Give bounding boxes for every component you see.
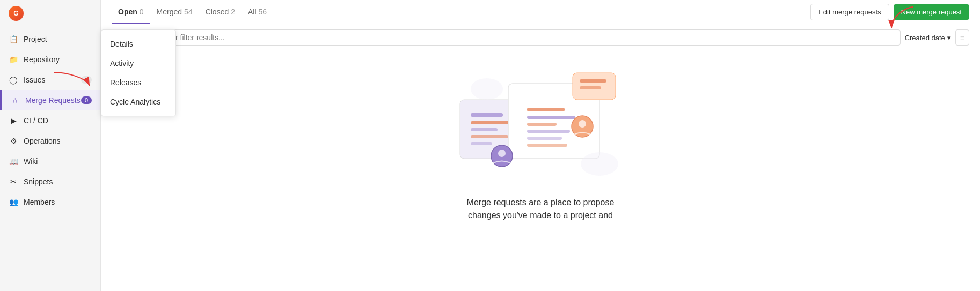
logo-icon[interactable]: G — [9, 6, 24, 21]
tab-count: 2 — [231, 8, 235, 16]
svg-rect-11 — [527, 130, 570, 133]
tab-count: 56 — [259, 8, 267, 16]
search-input[interactable] — [145, 33, 895, 42]
tab-label: Open — [118, 8, 137, 16]
sidebar-item-label: Members — [24, 198, 92, 206]
edit-merge-requests-button[interactable]: Edit merge requests — [810, 4, 889, 20]
tab-open[interactable]: Open0 — [112, 0, 150, 24]
sidebar-navigation: 📋 Project 📁 Repository ◯ Issues 0 ⑃ Merg… — [0, 27, 100, 291]
svg-point-22 — [581, 152, 618, 176]
operations-dropdown: Details Activity Releases Cycle Analytic… — [101, 29, 176, 116]
sidebar-item-snippets[interactable]: ✂ Snippets — [0, 171, 100, 192]
sidebar-item-label: Operations — [24, 137, 92, 145]
tab-merged[interactable]: Merged54 — [150, 0, 199, 24]
dropdown-item-details[interactable]: Details — [101, 34, 175, 54]
snippets-icon: ✂ — [9, 177, 18, 186]
sidebar-item-repository[interactable]: 📁 Repository — [0, 49, 100, 70]
svg-rect-4 — [471, 128, 498, 131]
sidebar: G 📋 Project 📁 Repository ◯ Issues 0 ⑃ Me… — [0, 0, 101, 291]
sidebar-logo: G — [0, 0, 100, 27]
sort-order-button[interactable]: ≡ — [955, 29, 969, 46]
sidebar-item-badge: 0 — [81, 76, 92, 84]
search-wrapper — [140, 29, 901, 46]
tab-count: 0 — [140, 8, 144, 16]
sidebar-item-operations[interactable]: ⚙ Operations — [0, 131, 100, 151]
dropdown-item-cycle-analytics[interactable]: Cycle Analytics — [101, 92, 175, 111]
svg-rect-15 — [580, 79, 606, 83]
svg-rect-9 — [527, 116, 575, 119]
wiki-icon: 📖 — [9, 156, 18, 166]
sidebar-item-label: Snippets — [24, 177, 92, 186]
svg-rect-3 — [471, 121, 514, 124]
merge-requests-icon: ⑃ — [10, 95, 20, 105]
svg-rect-2 — [471, 113, 503, 117]
svg-point-20 — [498, 150, 506, 157]
svg-rect-12 — [527, 137, 562, 140]
members-icon: 👥 — [9, 197, 18, 207]
sidebar-item-label: Issues — [24, 76, 81, 84]
sidebar-item-label: Merge Requests — [25, 96, 81, 105]
svg-point-18 — [579, 120, 586, 128]
sidebar-item-issues[interactable]: ◯ Issues 0 — [0, 70, 100, 90]
sidebar-item-label: Project — [24, 35, 92, 43]
tab-label: Closed — [206, 8, 229, 16]
sort-order-icon: ≡ — [960, 33, 964, 42]
sidebar-item-ci-cd[interactable]: ▶ CI / CD — [0, 110, 100, 131]
sort-dropdown-arrow: ▾ — [947, 34, 951, 42]
new-merge-request-button[interactable]: New merge request — [894, 4, 969, 20]
ci-cd-icon: ▶ — [9, 116, 18, 125]
dropdown-item-releases[interactable]: Releases — [101, 73, 175, 92]
sidebar-item-label: CI / CD — [24, 116, 92, 125]
tabs-actions: Edit merge requests New merge request — [810, 4, 969, 20]
svg-rect-6 — [471, 142, 492, 145]
svg-rect-8 — [527, 108, 565, 111]
filter-right-controls: Created date ▾ ≡ — [905, 29, 969, 46]
project-icon: 📋 — [9, 34, 18, 44]
tab-label: Merged — [157, 8, 182, 16]
sidebar-item-members[interactable]: 👥 Members — [0, 192, 100, 212]
svg-rect-10 — [527, 123, 557, 126]
tab-label: All — [248, 8, 257, 16]
tabs-bar: Open0Merged54Closed2All56 Edit merge req… — [101, 0, 980, 24]
empty-state-text: Merge requests are a place to propose ch… — [455, 196, 626, 222]
filter-bar: ↺ ▾ Created date ▾ ≡ — [101, 24, 980, 51]
dropdown-item-activity[interactable]: Activity — [101, 54, 175, 73]
repository-icon: 📁 — [9, 55, 18, 64]
main-content: Open0Merged54Closed2All56 Edit merge req… — [101, 0, 980, 291]
sort-label[interactable]: Created date ▾ — [905, 34, 951, 42]
sort-label-text: Created date — [905, 34, 945, 42]
tab-count: 54 — [184, 8, 193, 16]
operations-icon: ⚙ — [9, 136, 18, 146]
empty-state: Merge requests are a place to propose ch… — [101, 51, 980, 291]
tab-all[interactable]: All56 — [242, 0, 273, 24]
svg-rect-5 — [471, 135, 508, 138]
tab-closed[interactable]: Closed2 — [199, 0, 242, 24]
sidebar-item-project[interactable]: 📋 Project — [0, 29, 100, 49]
svg-rect-16 — [580, 86, 601, 89]
issues-icon: ◯ — [9, 75, 18, 85]
sidebar-item-label: Wiki — [24, 157, 92, 166]
svg-rect-13 — [527, 144, 567, 147]
sidebar-item-badge: 0 — [81, 96, 92, 104]
sidebar-item-merge-requests[interactable]: ⑃ Merge Requests 0 — [0, 90, 100, 110]
sidebar-item-wiki[interactable]: 📖 Wiki — [0, 151, 100, 171]
tabs-list: Open0Merged54Closed2All56 — [112, 0, 273, 24]
sidebar-item-label: Repository — [24, 55, 92, 64]
svg-point-21 — [471, 78, 503, 100]
empty-state-illustration — [455, 68, 626, 185]
